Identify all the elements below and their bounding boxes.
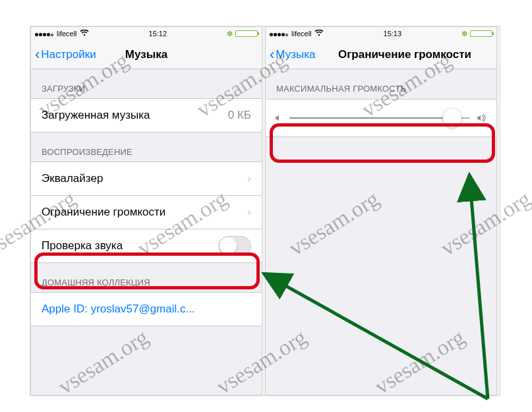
signal-dots-icon xyxy=(35,30,54,38)
status-bar: lifecell 15:12 ✽ xyxy=(31,27,262,40)
chevron-left-icon: ‹ xyxy=(35,47,40,62)
cell-label: Проверка звука xyxy=(42,239,123,252)
nav-bar: ‹ Музыка Ограничение громкости xyxy=(266,40,496,69)
phone-music-settings: lifecell 15:12 ✽ ‹ Настройки Музыка ЗАГР… xyxy=(30,26,262,396)
bluetooth-icon: ✽ xyxy=(227,30,233,38)
cell-label: Загруженная музыка xyxy=(42,109,150,122)
volume-slider[interactable] xyxy=(289,117,470,119)
battery-indicator: ✽ xyxy=(461,30,492,38)
back-button[interactable]: ‹ Музыка xyxy=(266,47,315,62)
bluetooth-icon: ✽ xyxy=(461,30,467,38)
back-button[interactable]: ‹ Настройки xyxy=(31,47,96,62)
cell-label: Ограничение громкости xyxy=(42,206,165,219)
battery-indicator: ✽ xyxy=(227,30,258,38)
battery-icon xyxy=(470,30,492,37)
back-label: Настройки xyxy=(41,48,96,61)
row-volume-limit[interactable]: Ограничение громкости › xyxy=(31,195,262,229)
carrier-label: lifecell xyxy=(291,30,312,38)
carrier-label: lifecell xyxy=(57,30,77,38)
row-downloaded-music[interactable]: Загруженная музыка 0 КБ xyxy=(31,98,262,132)
cell-label: Apple ID: yroslav57@gmail.c... xyxy=(42,303,195,316)
row-volume-slider xyxy=(266,99,496,137)
section-max-volume: МАКСИМАЛЬНАЯ ГРОМКОСТЬ xyxy=(266,69,496,99)
row-sound-check[interactable]: Проверка звука xyxy=(31,229,262,263)
battery-icon xyxy=(235,30,258,37)
chevron-right-icon: › xyxy=(247,206,251,219)
phone-volume-limit: lifecell 15:13 ✽ ‹ Музыка Ограничение гр… xyxy=(265,26,497,396)
sound-check-toggle[interactable] xyxy=(218,236,251,256)
section-playback: ВОСПРОИЗВЕДЕНИЕ xyxy=(31,132,262,162)
wifi-icon xyxy=(80,30,89,38)
clock: 15:13 xyxy=(384,30,402,38)
signal-dots-icon xyxy=(270,30,289,38)
back-label: Музыка xyxy=(276,48,315,61)
stage: lifecell 15:12 ✽ ‹ Настройки Музыка ЗАГР… xyxy=(30,26,500,396)
chevron-right-icon: › xyxy=(247,172,251,185)
section-downloads: ЗАГРУЗКИ xyxy=(31,69,262,99)
chevron-left-icon: ‹ xyxy=(270,47,274,62)
volume-high-icon xyxy=(477,113,487,124)
row-equalizer[interactable]: Эквалайзер › xyxy=(31,162,262,196)
cell-value: 0 КБ xyxy=(228,109,251,122)
section-home-sharing: ДОМАШНЯЯ КОЛЛЕКЦИЯ xyxy=(31,263,262,293)
nav-bar: ‹ Настройки Музыка xyxy=(31,40,262,69)
row-apple-id[interactable]: Apple ID: yroslav57@gmail.c... xyxy=(31,292,262,326)
nav-title: Ограничение громкости xyxy=(338,48,492,61)
status-bar: lifecell 15:13 ✽ xyxy=(266,27,496,40)
clock: 15:12 xyxy=(149,30,167,38)
cell-label: Эквалайзер xyxy=(42,172,103,185)
slider-thumb[interactable] xyxy=(443,109,461,127)
volume-low-icon xyxy=(275,113,283,124)
wifi-icon xyxy=(314,30,324,38)
